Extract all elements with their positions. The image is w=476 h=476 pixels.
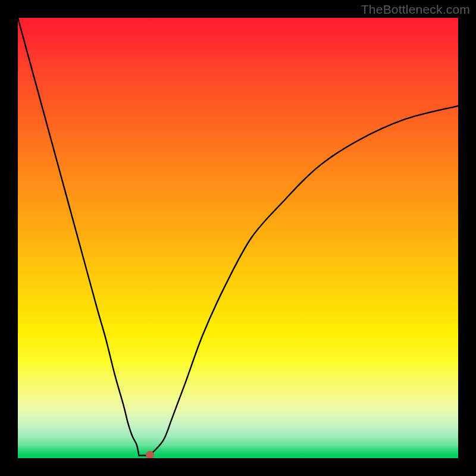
plot-area [18,18,458,458]
watermark-text: TheBottleneck.com [361,2,470,17]
chart-frame: TheBottleneck.com [0,0,476,476]
curve-layer [18,18,458,458]
bottleneck-curve [18,18,458,456]
